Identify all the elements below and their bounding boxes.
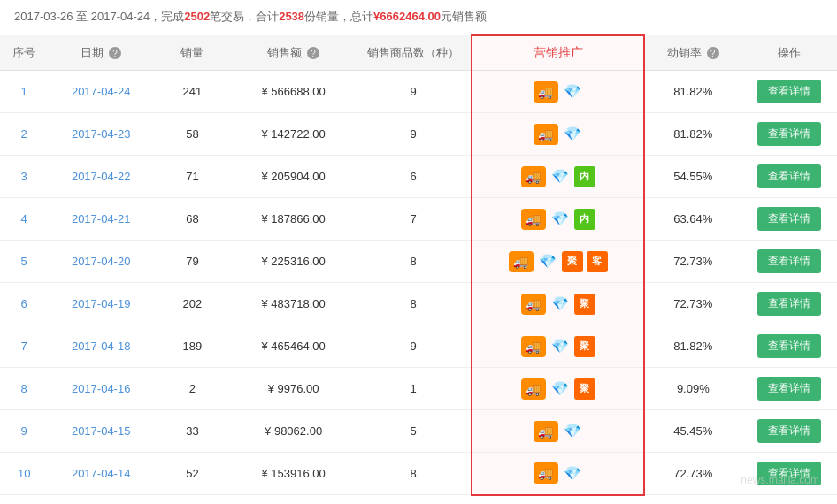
cell-action[interactable]: 查看详情 [741, 198, 837, 241]
cell-products: 8 [356, 453, 471, 495]
cell-sales: 71 [154, 156, 231, 198]
cell-rate: 54.55% [644, 156, 741, 198]
cell-products: 6 [356, 156, 471, 198]
table-row: 10 2017-04-14 52 ¥ 153916.00 8 🚚💎 72.73%… [0, 453, 837, 495]
cell-marketing: 🚚💎内 [472, 156, 645, 198]
cell-amount: ¥ 187866.00 [231, 198, 356, 241]
col-header-seq: 序号 [0, 35, 48, 71]
diamond-icon: 💎 [549, 378, 571, 400]
col-header-marketing: 营销推广 [472, 35, 645, 71]
detail-button[interactable]: 查看详情 [757, 122, 821, 146]
col-header-products: 销售商品数（种） [356, 35, 471, 71]
cell-products: 7 [356, 198, 471, 241]
cell-action[interactable]: 查看详情 [741, 241, 837, 283]
cell-action[interactable]: 查看详情 [741, 113, 837, 156]
cell-rate: 72.73% [644, 241, 741, 283]
cell-marketing: 🚚💎 [472, 410, 645, 453]
cell-rate: 72.73% [644, 283, 741, 325]
cell-sales: 33 [154, 410, 231, 453]
cell-sales: 79 [154, 241, 231, 283]
cell-amount: ¥ 9976.00 [231, 368, 356, 410]
cell-action[interactable]: 查看详情 [741, 156, 837, 198]
cell-action[interactable]: 查看详情 [741, 410, 837, 453]
cell-rate: 63.64% [644, 198, 741, 241]
nei-icon: 内 [574, 209, 595, 230]
cell-seq: 5 [0, 241, 48, 283]
cell-amount: ¥ 225316.00 [231, 241, 356, 283]
rate-help-icon[interactable]: ? [707, 47, 719, 59]
marketing-icons: 🚚💎聚 [480, 294, 637, 315]
ju-icon: 聚 [574, 336, 595, 357]
marketing-icons: 🚚💎 [480, 462, 637, 484]
cell-seq: 4 [0, 198, 48, 241]
marketing-icons: 🚚💎聚 [480, 378, 637, 400]
cell-seq: 1 [0, 71, 48, 113]
cell-products: 8 [356, 283, 471, 325]
ju-icon: 聚 [562, 251, 583, 272]
cell-date: 2017-04-16 [48, 368, 154, 410]
detail-button[interactable]: 查看详情 [757, 292, 821, 316]
cell-products: 1 [356, 368, 471, 410]
detail-button[interactable]: 查看详情 [757, 207, 821, 231]
table-row: 5 2017-04-20 79 ¥ 225316.00 8 🚚💎聚客 72.73… [0, 241, 837, 283]
cell-seq: 6 [0, 283, 48, 325]
cell-action[interactable]: 查看详情 [741, 368, 837, 410]
detail-button[interactable]: 查看详情 [757, 377, 821, 401]
date-help-icon[interactable]: ? [109, 47, 121, 59]
truck-icon: 🚚 [521, 336, 546, 357]
amount-help-icon[interactable]: ? [307, 47, 319, 59]
diamond-icon: 💎 [549, 294, 571, 315]
cell-products: 9 [356, 113, 471, 156]
detail-button[interactable]: 查看详情 [757, 419, 821, 443]
cell-marketing: 🚚💎聚客 [472, 241, 645, 283]
marketing-icons: 🚚💎 [480, 124, 637, 145]
cell-action[interactable]: 查看详情 [741, 325, 837, 368]
cell-amount: ¥ 205904.00 [231, 156, 356, 198]
cell-action[interactable]: 查看详情 [741, 283, 837, 325]
cell-sales: 189 [154, 325, 231, 368]
truck-icon: 🚚 [534, 124, 558, 145]
diamond-icon: 💎 [549, 166, 571, 187]
table-row: 7 2017-04-18 189 ¥ 465464.00 9 🚚💎聚 81.82… [0, 325, 837, 368]
cell-seq: 3 [0, 156, 48, 198]
detail-button[interactable]: 查看详情 [757, 334, 821, 358]
cell-marketing: 🚚💎内 [472, 198, 645, 241]
truck-icon: 🚚 [521, 378, 546, 400]
cell-sales: 2 [154, 368, 231, 410]
marketing-icons: 🚚💎内 [480, 209, 637, 230]
cell-date: 2017-04-15 [48, 410, 154, 453]
table-row: 2 2017-04-23 58 ¥ 142722.00 9 🚚💎 81.82% … [0, 113, 837, 156]
cell-sales: 68 [154, 198, 231, 241]
diamond-icon: 💎 [562, 81, 583, 103]
truck-icon: 🚚 [534, 81, 558, 103]
cell-products: 8 [356, 241, 471, 283]
ju-icon: 聚 [574, 294, 595, 315]
cell-rate: 81.82% [644, 71, 741, 113]
summary-bar: 2017-03-26 至 2017-04-24，完成2502笔交易，合计2538… [0, 0, 837, 34]
cell-marketing: 🚚💎聚 [472, 368, 645, 410]
detail-button[interactable]: 查看详情 [757, 164, 821, 188]
cell-date: 2017-04-21 [48, 198, 154, 241]
cell-seq: 7 [0, 325, 48, 368]
cell-action[interactable]: 查看详情 [741, 71, 837, 113]
table-row: 6 2017-04-19 202 ¥ 483718.00 8 🚚💎聚 72.73… [0, 283, 837, 325]
cell-rate: 45.45% [644, 410, 741, 453]
cell-date: 2017-04-20 [48, 241, 154, 283]
cell-sales: 202 [154, 283, 231, 325]
cell-date: 2017-04-24 [48, 71, 154, 113]
cell-date: 2017-04-18 [48, 325, 154, 368]
col-header-action: 操作 [741, 35, 837, 71]
detail-button[interactable]: 查看详情 [757, 249, 821, 273]
col-header-amount: 销售额 ? [231, 35, 356, 71]
col-header-sales: 销量 [154, 35, 231, 71]
table-row: 3 2017-04-22 71 ¥ 205904.00 6 🚚💎内 54.55%… [0, 156, 837, 198]
truck-icon: 🚚 [534, 421, 558, 442]
total-amount: ¥6662464.00 [373, 10, 441, 23]
diamond-icon: 💎 [549, 209, 571, 230]
marketing-icons: 🚚💎 [480, 81, 637, 103]
cell-marketing: 🚚💎聚 [472, 283, 645, 325]
diamond-icon: 💎 [562, 421, 583, 442]
detail-button[interactable]: 查看详情 [757, 80, 821, 103]
truck-icon: 🚚 [521, 294, 546, 315]
truck-icon: 🚚 [509, 251, 534, 272]
